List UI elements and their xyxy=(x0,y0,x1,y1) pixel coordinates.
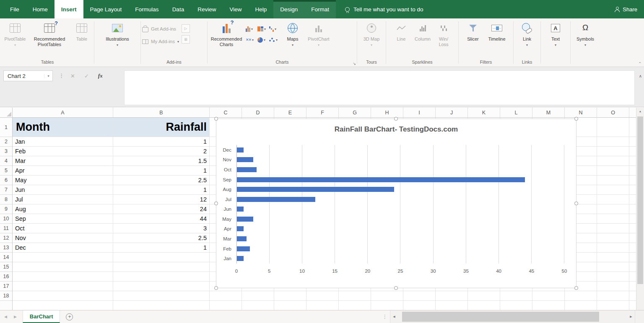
cell-b6[interactable]: 2.5 xyxy=(113,176,210,185)
chart-bar-nov[interactable] xyxy=(237,157,253,162)
cell-m19[interactable] xyxy=(532,301,565,310)
chart-bar-apr[interactable] xyxy=(237,226,244,231)
cell-b5[interactable]: 1 xyxy=(113,166,210,176)
cell-b9[interactable]: 24 xyxy=(113,204,210,214)
insert-waterfall-chart-button[interactable]: ▾ xyxy=(269,23,281,34)
row-header-17[interactable]: 17 xyxy=(0,282,12,291)
cell-o10[interactable] xyxy=(597,214,629,224)
chart-resize-handle[interactable] xyxy=(394,286,398,290)
cell-o7[interactable] xyxy=(597,185,629,195)
formula-bar-splitter[interactable]: ⋮ xyxy=(59,72,64,79)
cell-b16[interactable] xyxy=(113,272,210,282)
cell-k19[interactable] xyxy=(468,301,500,310)
cell-b14[interactable] xyxy=(113,253,210,262)
cell-o2[interactable] xyxy=(597,137,629,147)
column-header-e[interactable]: E xyxy=(274,108,306,117)
scroll-right-icon[interactable]: ▶ xyxy=(627,315,635,318)
collapse-formula-bar-button[interactable]: ∧ xyxy=(639,74,642,78)
chart-resize-handle[interactable] xyxy=(214,202,218,205)
column-header-h[interactable]: H xyxy=(371,108,403,117)
ribbon-tab-insert[interactable]: Insert xyxy=(55,0,83,18)
3d-map-button[interactable]: 3D Map ▾ xyxy=(361,20,382,59)
charts-dialog-launcher[interactable]: ↘ xyxy=(353,62,356,66)
cell-a7[interactable]: Jun xyxy=(13,185,113,195)
row-header-14[interactable]: 14 xyxy=(0,253,12,262)
sparkline-line-button[interactable]: Line xyxy=(391,20,411,59)
cell-o14[interactable] xyxy=(597,253,629,262)
pivotchart-button[interactable]: PivotChart ▾ xyxy=(304,20,334,59)
cell-n18[interactable] xyxy=(565,291,597,301)
text-button[interactable]: A Text ▾ xyxy=(545,20,566,59)
cell-o13[interactable] xyxy=(597,243,629,253)
scroll-left-icon[interactable]: ◀ xyxy=(390,315,398,318)
sparkline-winloss-button[interactable]: Win/ Loss xyxy=(434,20,453,59)
cell-e18[interactable] xyxy=(274,291,306,301)
chart-resize-handle[interactable] xyxy=(574,202,578,205)
sheet-nav-right-icon[interactable]: ▶ xyxy=(14,315,17,319)
cell-o8[interactable] xyxy=(597,195,629,204)
recommended-pivottables-button[interactable]: ? Recommended PivotTables xyxy=(28,20,71,59)
collapse-ribbon-button[interactable]: ⌃ xyxy=(638,62,641,66)
my-addins-button[interactable]: My Add-ins ▾ xyxy=(142,37,179,46)
cell-b15[interactable] xyxy=(113,262,210,272)
cell-j18[interactable] xyxy=(436,291,468,301)
chart-bar-jan[interactable] xyxy=(237,256,244,261)
cell-b4[interactable]: 1.5 xyxy=(113,156,210,166)
ribbon-tab-review[interactable]: Review xyxy=(191,0,223,18)
cell-a11[interactable]: Oct xyxy=(13,224,113,233)
cell-o18[interactable] xyxy=(597,291,629,301)
cell-o9[interactable] xyxy=(597,204,629,214)
cell-o12[interactable] xyxy=(597,233,629,243)
cell-o17[interactable] xyxy=(597,282,629,291)
cell-b12[interactable]: 2.5 xyxy=(113,233,210,243)
ribbon-tab-format[interactable]: Format xyxy=(304,0,336,18)
chart-resize-handle[interactable] xyxy=(574,286,578,290)
row-header-19[interactable] xyxy=(0,301,12,310)
cell-a2[interactable]: Jan xyxy=(13,137,113,147)
cell-o19[interactable] xyxy=(597,301,629,310)
cell-o4[interactable] xyxy=(597,156,629,166)
chart-bar-oct[interactable] xyxy=(237,167,257,172)
name-box-dropdown-icon[interactable]: ▾ xyxy=(44,74,52,78)
sheet-nav-left-icon[interactable]: ◀ xyxy=(4,315,7,319)
cell-a13[interactable]: Dec xyxy=(13,243,113,253)
chart-bar-mar[interactable] xyxy=(237,236,247,241)
ribbon-tab-view[interactable]: View xyxy=(223,0,248,18)
cell-c18[interactable] xyxy=(210,291,242,301)
chart-bar-aug[interactable] xyxy=(237,187,394,192)
addin-extra-button-1[interactable]: ▷ xyxy=(182,24,190,33)
link-button[interactable]: Link ▾ xyxy=(517,20,537,59)
cell-k18[interactable] xyxy=(468,291,500,301)
column-header-f[interactable]: F xyxy=(306,108,339,117)
select-all-corner[interactable] xyxy=(0,108,13,118)
cell-l18[interactable] xyxy=(500,291,532,301)
sparkline-column-button[interactable]: Column xyxy=(411,20,434,59)
tab-scroll-splitter[interactable]: ⋮ xyxy=(382,314,387,320)
cell-a16[interactable] xyxy=(13,272,113,282)
row-header-16[interactable]: 16 xyxy=(0,272,12,282)
column-header-i[interactable]: I xyxy=(403,108,436,117)
column-header-j[interactable]: J xyxy=(436,108,468,117)
row-header-9[interactable]: 9 xyxy=(0,204,12,214)
illustrations-button[interactable]: Illustrations ▾ xyxy=(99,20,135,59)
column-header-b[interactable]: B xyxy=(113,108,210,117)
cell-n19[interactable] xyxy=(565,301,597,310)
insert-bubble-chart-button[interactable]: ▾ xyxy=(269,34,281,45)
timeline-button[interactable]: Timeline xyxy=(484,20,510,59)
cell-d18[interactable] xyxy=(242,291,274,301)
cell-h19[interactable] xyxy=(371,301,403,310)
slicer-button[interactable]: Slicer xyxy=(462,20,484,59)
row-header-15[interactable]: 15 xyxy=(0,262,12,272)
chart-bar-jul[interactable] xyxy=(237,197,315,202)
cell-a4[interactable]: Mar xyxy=(13,156,113,166)
column-header-k[interactable]: K xyxy=(468,108,500,117)
scroll-up-icon[interactable]: ▲ xyxy=(636,108,644,115)
pivottable-button[interactable]: PivotTable ▾ xyxy=(2,20,28,59)
cell-l19[interactable] xyxy=(500,301,532,310)
cell-a9[interactable]: Aug xyxy=(13,204,113,214)
row-header-13[interactable]: 13 xyxy=(0,243,12,253)
cell-a18[interactable] xyxy=(13,291,113,301)
cell-g18[interactable] xyxy=(339,291,371,301)
cell-f18[interactable] xyxy=(306,291,339,301)
maps-button[interactable]: Maps ▾ xyxy=(282,20,304,59)
